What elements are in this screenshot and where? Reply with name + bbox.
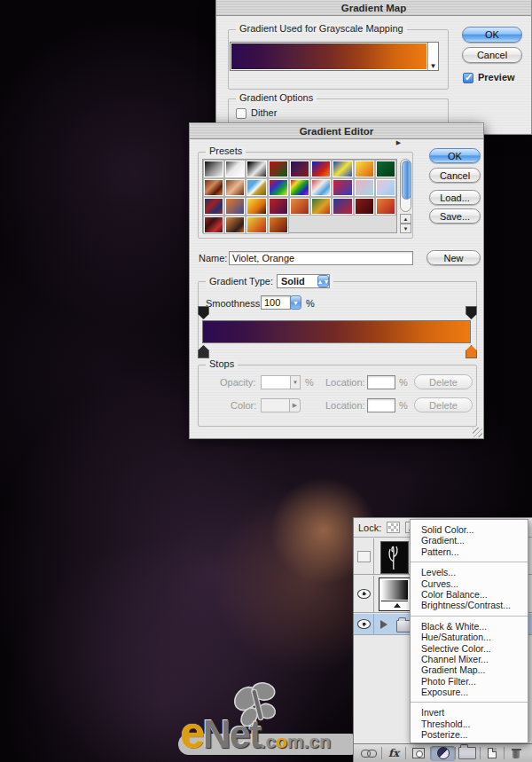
dither-checkbox[interactable]: [236, 108, 246, 119]
gradient-type-select[interactable]: Solid ▲▼: [277, 274, 330, 288]
gradient-preset-swatch[interactable]: [355, 161, 374, 177]
new-button[interactable]: New: [426, 250, 481, 265]
preview-checkbox[interactable]: [463, 73, 473, 83]
new-layer-button[interactable]: [481, 746, 505, 761]
gradient-preset-swatch[interactable]: [225, 216, 245, 233]
visibility-toggle[interactable]: [354, 576, 374, 612]
cancel-label: Cancel: [477, 50, 507, 60]
fx-button[interactable]: fx: [382, 746, 406, 761]
menu-item-invert[interactable]: Invert: [411, 707, 528, 718]
menu-item-brightness-contrast[interactable]: Brightness/Contrast...: [411, 600, 528, 610]
delete-color-button[interactable]: Delete: [414, 397, 473, 412]
gradient-preset-swatch[interactable]: [376, 198, 395, 215]
menu-item-color-balance[interactable]: Color Balance...: [411, 589, 528, 600]
layer-thumbnail[interactable]: [380, 541, 409, 574]
menu-item-exposure[interactable]: Exposure...: [411, 687, 528, 697]
adjustment-layer-thumbnail[interactable]: [379, 577, 411, 611]
color-location-input[interactable]: [367, 398, 395, 412]
menu-item-solid-color[interactable]: Solid Color...: [411, 524, 528, 535]
gradient-preset-swatch[interactable]: [376, 179, 395, 196]
scrollbar-thumb[interactable]: [402, 161, 411, 200]
gradient-preset-swatch[interactable]: [204, 179, 223, 196]
opacity-location-input[interactable]: [367, 375, 395, 389]
gradient-picker-arrow[interactable]: ▼: [427, 43, 438, 70]
opacity-input[interactable]: [261, 375, 291, 389]
menu-item-threshold[interactable]: Threshold...: [411, 719, 528, 729]
menu-item-selective-color[interactable]: Selective Color...: [411, 643, 528, 654]
resize-grip[interactable]: [473, 428, 482, 437]
load-button[interactable]: Load...: [429, 190, 481, 205]
group-icon: [458, 747, 476, 759]
gradient-preset-swatch[interactable]: [290, 161, 309, 177]
gradient-preset-swatch[interactable]: [290, 198, 309, 215]
gradient-preset-swatch[interactable]: [290, 179, 309, 196]
visibility-toggle[interactable]: [354, 538, 374, 574]
gradient-slider-thumb: [381, 601, 408, 609]
color-swatch[interactable]: [261, 398, 290, 412]
gradient-map-titlebar[interactable]: Gradient Map: [216, 0, 531, 16]
menu-item-posterize[interactable]: Posterize...: [411, 729, 528, 740]
menu-item-gradient[interactable]: Gradient...: [411, 535, 528, 546]
menu-item-black-white[interactable]: Black & White...: [411, 621, 528, 632]
scroll-down-button[interactable]: ▼: [400, 224, 411, 233]
gradient-preset-swatch[interactable]: [246, 216, 266, 233]
name-input[interactable]: Violet, Orange: [229, 251, 413, 265]
color-picker-arrow[interactable]: ▶: [289, 398, 301, 412]
layer-mask-button[interactable]: [406, 746, 430, 761]
presets-scrollbar[interactable]: [400, 159, 411, 212]
menu-item-hue-saturation[interactable]: Hue/Saturation...: [411, 632, 528, 642]
gradient-preview-well[interactable]: ▼: [230, 42, 439, 71]
delete-opacity-button[interactable]: Delete: [414, 374, 473, 389]
menu-item-levels[interactable]: Levels...: [411, 567, 528, 577]
menu-item-channel-mixer[interactable]: Channel Mixer...: [411, 654, 528, 664]
gradient-preset-swatch[interactable]: [204, 161, 223, 177]
expand-arrow-icon[interactable]: [380, 620, 387, 629]
opacity-dropdown[interactable]: ▼: [290, 375, 301, 389]
menu-item-gradient-map[interactable]: Gradient Map...: [411, 664, 528, 675]
ok-button[interactable]: OK: [429, 148, 481, 163]
gradient-preview-bar[interactable]: [231, 43, 426, 69]
gradient-preset-swatch[interactable]: [332, 198, 352, 215]
gradient-edit-bar[interactable]: [202, 320, 471, 343]
gradient-preset-swatch[interactable]: [269, 161, 288, 177]
smoothness-dropdown[interactable]: ▼: [290, 295, 301, 310]
gradient-preset-swatch[interactable]: [376, 161, 395, 177]
new-layer-icon: [488, 748, 497, 758]
gradient-preset-swatch[interactable]: [311, 198, 331, 215]
menu-item-pattern[interactable]: Pattern...: [411, 546, 528, 557]
gradient-preset-swatch[interactable]: [204, 216, 223, 233]
gradient-editor-titlebar[interactable]: Gradient Editor: [190, 123, 483, 139]
cancel-button[interactable]: Cancel: [429, 168, 481, 183]
gradient-preset-swatch[interactable]: [246, 161, 266, 177]
gradient-preset-swatch[interactable]: [311, 161, 331, 177]
smoothness-input[interactable]: 100: [261, 295, 291, 310]
menu-item-curves[interactable]: Curves...: [411, 578, 528, 589]
gradient-preset-swatch[interactable]: [246, 198, 266, 215]
save-button[interactable]: Save...: [429, 208, 481, 224]
group-label: Gradient Used for Grayscale Mapping: [236, 23, 407, 34]
gradient-preset-swatch[interactable]: [269, 198, 288, 215]
gradient-preset-swatch[interactable]: [225, 161, 245, 177]
adjustment-layer-button[interactable]: [431, 746, 455, 761]
group-button[interactable]: [456, 746, 480, 761]
gradient-preset-swatch[interactable]: [311, 179, 331, 196]
gradient-preset-swatch[interactable]: [269, 179, 288, 196]
gradient-preset-swatch[interactable]: [246, 179, 266, 196]
trash-button[interactable]: [505, 746, 528, 761]
cancel-button[interactable]: Cancel: [462, 47, 522, 63]
gradient-preset-swatch[interactable]: [332, 179, 352, 196]
gradient-preset-swatch[interactable]: [225, 179, 245, 196]
menu-item-photo-filter[interactable]: Photo Filter...: [411, 676, 528, 687]
lock-transparency-button[interactable]: [387, 522, 400, 533]
gradient-preset-swatch[interactable]: [269, 216, 288, 233]
presets-flyout-button[interactable]: ▶: [394, 137, 403, 147]
link-button[interactable]: [357, 746, 381, 761]
gradient-preset-swatch[interactable]: [332, 161, 352, 177]
gradient-preset-swatch[interactable]: [225, 198, 245, 215]
visibility-toggle[interactable]: [354, 614, 374, 634]
gradient-preset-swatch[interactable]: [204, 198, 223, 215]
scroll-up-button[interactable]: ▲: [400, 214, 411, 224]
gradient-preset-swatch[interactable]: [355, 198, 374, 215]
gradient-preset-swatch[interactable]: [355, 179, 374, 196]
ok-button[interactable]: OK: [462, 27, 522, 43]
